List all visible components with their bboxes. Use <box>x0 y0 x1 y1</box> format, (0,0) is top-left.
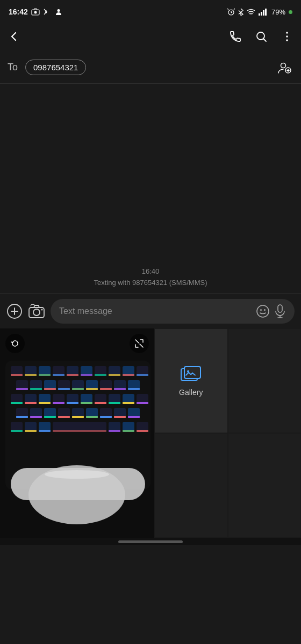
svg-rect-40 <box>67 374 78 376</box>
recipient-chip[interactable]: 0987654321 <box>25 60 86 75</box>
svg-point-4 <box>250 14 252 15</box>
svg-rect-43 <box>109 374 120 376</box>
search-button[interactable] <box>255 30 268 43</box>
svg-rect-120 <box>184 367 200 378</box>
bluetooth-icon <box>238 8 243 16</box>
svg-rect-95 <box>44 416 56 418</box>
expand-photo-button[interactable] <box>130 334 149 353</box>
svg-rect-75 <box>25 402 37 404</box>
add-button[interactable] <box>6 303 23 319</box>
wifi-icon <box>247 9 255 15</box>
svg-point-11 <box>286 35 288 38</box>
dark-cell-top-right <box>228 328 302 433</box>
nfc-status-icon <box>43 8 52 16</box>
svg-point-16 <box>33 309 40 316</box>
camera-rotate-button[interactable] <box>5 334 25 353</box>
svg-point-13 <box>281 63 286 68</box>
svg-rect-41 <box>81 374 92 376</box>
svg-rect-59 <box>72 388 84 390</box>
svg-rect-109 <box>11 430 23 432</box>
svg-rect-56 <box>30 388 42 390</box>
scroll-pill <box>118 540 183 543</box>
svg-rect-93 <box>16 416 28 418</box>
svg-rect-100 <box>114 416 126 418</box>
texting-info: Texting with 987654321 (SMS/MMS) <box>94 279 207 287</box>
svg-rect-61 <box>100 388 112 390</box>
svg-rect-99 <box>100 416 112 418</box>
svg-rect-37 <box>25 374 37 376</box>
more-button[interactable] <box>281 30 293 43</box>
status-time-area: 16:42 <box>9 8 62 16</box>
svg-rect-82 <box>123 402 134 404</box>
svg-rect-77 <box>53 402 64 404</box>
svg-rect-44 <box>123 374 134 376</box>
svg-rect-7 <box>263 10 264 16</box>
svg-rect-63 <box>128 388 140 390</box>
gallery-button[interactable]: Gallery <box>154 328 228 433</box>
svg-rect-6 <box>261 12 262 16</box>
svg-rect-115 <box>137 430 148 432</box>
svg-point-2 <box>57 9 60 12</box>
to-row: To 0987654321 <box>0 52 301 84</box>
svg-point-12 <box>286 39 288 41</box>
green-dot <box>289 10 292 14</box>
add-contact-button[interactable] <box>277 61 293 75</box>
input-bar: Text message <box>0 293 301 328</box>
svg-point-17 <box>41 309 43 310</box>
mic-button[interactable] <box>274 304 286 318</box>
svg-rect-38 <box>39 374 51 376</box>
text-input-area[interactable]: Text message <box>51 299 295 324</box>
keyboard-photo[interactable] <box>0 328 154 538</box>
svg-rect-113 <box>109 430 120 432</box>
svg-rect-39 <box>53 374 64 376</box>
svg-rect-97 <box>72 416 84 418</box>
status-bar: 16:42 79% <box>0 0 301 21</box>
svg-rect-57 <box>44 388 56 390</box>
svg-rect-94 <box>30 416 42 418</box>
svg-rect-111 <box>39 430 51 432</box>
phone-button[interactable] <box>229 30 242 43</box>
back-button[interactable] <box>8 30 20 43</box>
svg-rect-55 <box>16 388 28 390</box>
nav-right <box>229 30 293 43</box>
message-area: 16:40 Texting with 987654321 (SMS/MMS) <box>0 84 301 293</box>
svg-rect-45 <box>137 374 148 376</box>
camera-button[interactable] <box>28 303 45 319</box>
signal-icon <box>259 9 268 16</box>
dark-cell-bottom-mid <box>154 433 228 538</box>
to-label: To <box>8 62 18 73</box>
svg-rect-79 <box>81 402 92 404</box>
svg-rect-42 <box>95 374 106 376</box>
svg-rect-5 <box>259 13 260 16</box>
person-status-icon <box>55 8 62 16</box>
svg-rect-8 <box>265 9 267 16</box>
svg-rect-98 <box>86 416 98 418</box>
svg-rect-83 <box>137 402 148 404</box>
svg-rect-58 <box>58 388 70 390</box>
gallery-section: Gallery <box>0 328 301 538</box>
emoji-button[interactable] <box>256 304 270 318</box>
svg-point-10 <box>286 32 288 34</box>
svg-rect-36 <box>11 374 23 376</box>
status-right-area: 79% <box>227 8 292 16</box>
svg-rect-21 <box>278 305 282 312</box>
svg-point-1 <box>34 11 37 14</box>
message-timestamp: 16:40 <box>142 267 160 275</box>
battery-percent: 79% <box>271 8 285 16</box>
clock: 16:42 <box>9 8 28 16</box>
svg-point-118 <box>45 470 109 479</box>
bottom-scroll-bar <box>0 538 301 545</box>
gallery-label: Gallery <box>179 388 203 397</box>
svg-rect-110 <box>25 430 37 432</box>
nav-bar <box>0 21 301 52</box>
svg-rect-76 <box>39 402 51 404</box>
alarm-icon <box>227 8 235 16</box>
svg-point-20 <box>264 309 266 311</box>
svg-rect-80 <box>95 402 106 404</box>
svg-rect-112 <box>53 430 106 432</box>
svg-point-19 <box>260 309 262 311</box>
text-input-placeholder: Text message <box>59 306 252 316</box>
nav-left <box>8 30 20 43</box>
svg-rect-60 <box>86 388 98 390</box>
svg-rect-62 <box>114 388 126 390</box>
